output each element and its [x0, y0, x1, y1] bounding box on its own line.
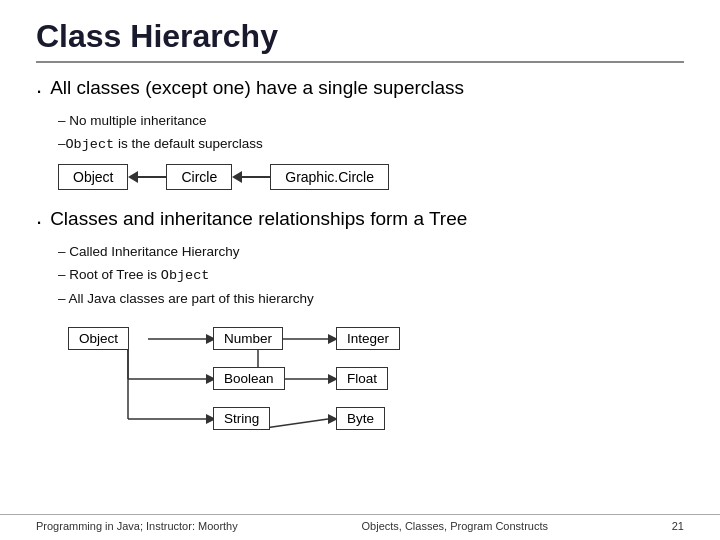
diagram-1: Object Circle Graphic.Circle — [58, 164, 684, 190]
tree-box-object: Object — [68, 327, 129, 350]
tree-box-float: Float — [336, 367, 388, 390]
tree-box-boolean: Boolean — [213, 367, 285, 390]
bullet-1-sub1: – No multiple inheritance –Object is the… — [58, 110, 684, 157]
bullet-1-text: All classes (except one) have a single s… — [50, 77, 464, 99]
bullet-dot-1: · — [36, 77, 42, 106]
footer-left: Programming in Java; Instructor: Moorthy — [36, 520, 238, 532]
tree-diagram: Object Number Boolean String Integer Flo… — [58, 317, 478, 447]
bullet-1-main: · All classes (except one) have a single… — [36, 77, 684, 106]
footer-page: 21 — [672, 520, 684, 532]
bullet-2-sub: – Called Inheritance Hierarchy – Root of… — [58, 241, 684, 311]
footer: Programming in Java; Instructor: Moorthy… — [0, 514, 720, 532]
arrow-2 — [232, 171, 270, 183]
slide: Class Hierarchy · All classes (except on… — [0, 0, 720, 540]
arrow-body-1 — [138, 176, 166, 178]
box-object-1: Object — [58, 164, 128, 190]
bullet-2-text: Classes and inheritance relationships fo… — [50, 208, 467, 230]
bullet-dot-2: · — [36, 208, 42, 237]
tree-box-string: String — [213, 407, 270, 430]
bullet-section-1: · All classes (except one) have a single… — [36, 77, 684, 198]
arrow-body-2 — [242, 176, 270, 178]
box-circle: Circle — [166, 164, 232, 190]
tree-box-integer: Integer — [336, 327, 400, 350]
arrow-1 — [128, 171, 166, 183]
box-graphiccircle: Graphic.Circle — [270, 164, 389, 190]
footer-center: Objects, Classes, Program Constructs — [362, 520, 548, 532]
bullet-section-2: · Classes and inheritance relationships … — [36, 208, 684, 446]
slide-title: Class Hierarchy — [36, 18, 684, 63]
arrowhead-1 — [128, 171, 138, 183]
tree-box-byte: Byte — [336, 407, 385, 430]
bullet-2-main: · Classes and inheritance relationships … — [36, 208, 684, 237]
arrowhead-2 — [232, 171, 242, 183]
tree-section: Object Number Boolean String Integer Flo… — [58, 317, 684, 447]
tree-box-number: Number — [213, 327, 283, 350]
